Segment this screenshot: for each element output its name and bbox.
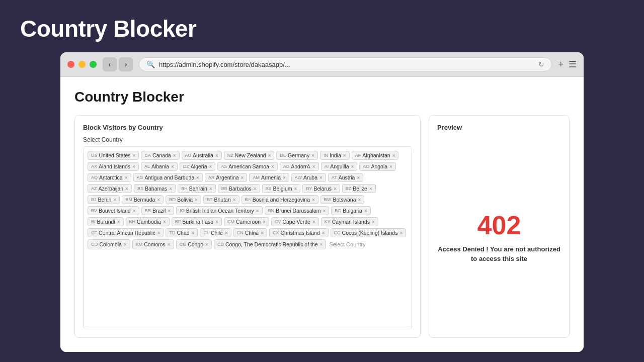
tag-remove-button[interactable]: × <box>125 186 128 192</box>
tag-remove-button[interactable]: × <box>225 230 228 236</box>
tag-remove-button[interactable]: × <box>358 197 361 203</box>
tag-item: biBurundi× <box>88 217 124 226</box>
close-button[interactable] <box>67 61 74 68</box>
tag-remove-button[interactable]: × <box>233 197 236 203</box>
tag-remove-button[interactable]: × <box>124 242 127 247</box>
tag-remove-button[interactable]: × <box>157 230 160 236</box>
tag-code: ca <box>144 153 151 158</box>
tag-remove-button[interactable]: × <box>254 186 257 192</box>
tag-name: Congo, The Democratic Republic of the <box>225 241 318 247</box>
tag-remove-button[interactable]: × <box>320 242 323 247</box>
tag-remove-button[interactable]: × <box>215 219 218 225</box>
tag-remove-button[interactable]: × <box>364 208 367 214</box>
tag-remove-button[interactable]: × <box>241 175 244 180</box>
tag-remove-button[interactable]: × <box>132 164 135 169</box>
tag-code: td <box>169 230 175 235</box>
tag-remove-button[interactable]: × <box>263 219 266 225</box>
panel-heading: Block Visitors by Country <box>83 124 412 131</box>
tag-remove-button[interactable]: × <box>168 208 171 214</box>
menu-button[interactable]: ☰ <box>569 59 577 70</box>
tag-remove-button[interactable]: × <box>389 164 392 169</box>
refresh-icon[interactable]: ↻ <box>538 60 544 68</box>
address-bar[interactable]: 🔍 https://admin.shopify.com/store/dakaas… <box>139 57 552 71</box>
tag-remove-button[interactable]: × <box>209 186 212 192</box>
tag-remove-button[interactable]: × <box>113 197 116 203</box>
tag-item: caCanada× <box>141 151 179 160</box>
tag-remove-button[interactable]: × <box>157 197 160 203</box>
tag-item: arArgentina× <box>205 173 247 182</box>
main-layout: Block Visitors by Country Select Country… <box>74 115 570 338</box>
tag-remove-button[interactable]: × <box>283 175 286 180</box>
tag-remove-button[interactable]: × <box>323 208 326 214</box>
minimize-button[interactable] <box>78 61 86 68</box>
tag-remove-button[interactable]: × <box>171 164 174 169</box>
tag-remove-button[interactable]: × <box>351 164 354 169</box>
tag-remove-button[interactable]: × <box>133 208 136 214</box>
tag-remove-button[interactable]: × <box>268 153 271 158</box>
nav-buttons: ‹ › <box>103 57 133 71</box>
tag-name: Cape Verde <box>282 219 310 225</box>
tag-name: United States <box>99 152 131 158</box>
tag-name: Antigua and Barbuda <box>145 174 195 180</box>
tag-remove-button[interactable]: × <box>369 186 372 192</box>
tag-item: nzNew Zealand× <box>224 151 275 160</box>
tag-remove-button[interactable]: × <box>196 175 199 180</box>
add-tab-button[interactable]: + <box>558 59 564 70</box>
tag-name: Brazil <box>152 208 166 214</box>
tag-remove-button[interactable]: × <box>133 153 136 158</box>
tag-item: agAntigua and Barbuda× <box>133 173 203 182</box>
tag-item: bhBahrain× <box>178 184 216 193</box>
tag-remove-button[interactable]: × <box>312 219 315 225</box>
back-button[interactable]: ‹ <box>103 57 117 71</box>
select-country-input[interactable]: Select Country <box>328 239 366 249</box>
tag-name: Bolivia <box>177 197 193 203</box>
tag-remove-button[interactable]: × <box>271 164 274 169</box>
tag-remove-button[interactable]: × <box>343 153 346 158</box>
tag-remove-button[interactable]: × <box>312 197 315 203</box>
tag-code: bb <box>221 186 227 191</box>
maximize-button[interactable] <box>90 61 97 68</box>
tag-remove-button[interactable]: × <box>163 219 166 225</box>
tag-remove-button[interactable]: × <box>399 230 403 236</box>
tag-remove-button[interactable]: × <box>357 175 360 180</box>
tag-remove-button[interactable]: × <box>256 208 259 214</box>
tag-remove-button[interactable]: × <box>261 230 264 236</box>
tag-code: aw <box>295 175 302 180</box>
tag-remove-button[interactable]: × <box>125 175 128 180</box>
tag-remove-button[interactable]: × <box>209 164 212 169</box>
tag-remove-button[interactable]: × <box>192 230 195 236</box>
tag-name: Armenia <box>261 174 281 180</box>
tag-code: cf <box>91 230 97 235</box>
tag-remove-button[interactable]: × <box>319 175 323 180</box>
tag-remove-button[interactable]: × <box>215 153 218 158</box>
tag-item: bvBouvet Island× <box>88 206 139 215</box>
tag-name: Afghanistan <box>362 152 390 158</box>
tag-remove-button[interactable]: × <box>334 186 337 192</box>
tag-remove-button[interactable]: × <box>117 219 120 225</box>
tag-code: dz <box>183 164 189 169</box>
tag-code: be <box>266 186 272 191</box>
tag-remove-button[interactable]: × <box>173 153 176 158</box>
tag-remove-button[interactable]: × <box>169 186 172 192</box>
page-title: Country Blocker <box>74 89 570 105</box>
tag-remove-button[interactable]: × <box>311 153 314 158</box>
tag-remove-button[interactable]: × <box>294 186 297 192</box>
tag-remove-button[interactable]: × <box>312 164 315 169</box>
tag-code: bj <box>91 197 97 202</box>
tag-remove-button[interactable]: × <box>205 242 208 247</box>
tag-code: cm <box>227 219 234 224</box>
right-panel: Preview 402 Access Denied ! You are not … <box>429 115 570 338</box>
tag-item: bbBarbados× <box>218 184 260 193</box>
tag-code: co <box>91 242 98 247</box>
tag-remove-button[interactable]: × <box>392 153 395 158</box>
tag-item: clChile× <box>200 228 231 237</box>
tag-remove-button[interactable]: × <box>168 242 171 247</box>
forward-button[interactable]: › <box>119 57 133 71</box>
tag-remove-button[interactable]: × <box>322 230 325 236</box>
tag-remove-button[interactable]: × <box>195 197 198 203</box>
tag-code: by <box>306 186 312 191</box>
tag-remove-button[interactable]: × <box>372 219 375 225</box>
tag-item: beBelgium× <box>262 184 301 193</box>
tag-code: cg <box>180 242 187 247</box>
tag-item: inIndia× <box>320 151 350 160</box>
